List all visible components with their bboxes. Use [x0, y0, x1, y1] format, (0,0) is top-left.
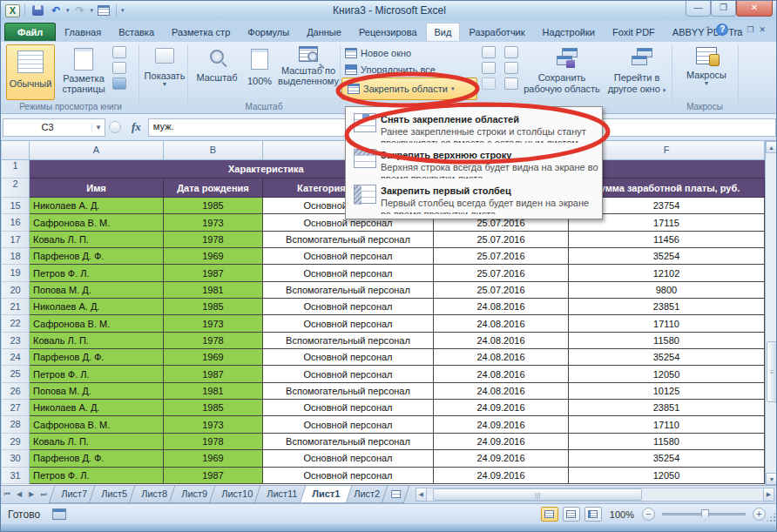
cell-year[interactable]: 1973 [164, 315, 263, 332]
cell-name[interactable]: Парфенов Д. Ф. [30, 349, 164, 366]
name-box[interactable]: C3 ▼ [3, 118, 105, 137]
cell-category[interactable]: Вспомогательный персонал [263, 434, 434, 450]
cell-date[interactable]: 24.08.2016 [434, 349, 569, 366]
ribbon-tab[interactable]: Главная [56, 23, 110, 41]
cell-date[interactable]: 24.09.2016 [434, 468, 569, 484]
cell-category[interactable]: Основной персонал [263, 315, 434, 332]
cell-year[interactable]: 1987 [164, 265, 263, 281]
full-screen-icon[interactable] [112, 77, 126, 90]
row-header[interactable]: 25 [2, 366, 30, 382]
horizontal-scrollbar[interactable]: ◀ ||| ▶ [416, 488, 774, 502]
cell-year[interactable]: 1969 [164, 349, 263, 366]
cell-category[interactable]: Вспомогательный персонал [263, 333, 434, 349]
cell-category[interactable]: Основной персонал [263, 400, 434, 416]
cell-name[interactable]: Сафронова В. М. [30, 315, 164, 332]
ribbon-tab[interactable]: Надстройки [534, 23, 604, 41]
cell-date[interactable]: 24.09.2016 [434, 450, 569, 467]
ribbon-tab[interactable]: Формулы [239, 23, 298, 41]
page-break-toggle[interactable] [584, 507, 602, 522]
row-header[interactable]: 20 [2, 282, 30, 299]
workbook-restore-icon[interactable]: ❐ [747, 25, 753, 34]
row-header[interactable]: 17 [2, 232, 30, 248]
cell-amount[interactable]: 11456 [569, 232, 765, 248]
ribbon-tab[interactable]: Вид [426, 23, 461, 41]
vertical-scroll-thumb[interactable] [767, 341, 777, 402]
macros-button[interactable]: Макросы ▼ [680, 44, 733, 100]
cell-name[interactable]: Попова М. Д. [30, 282, 164, 299]
normal-view-button[interactable]: Обычный [6, 44, 55, 100]
cell-name[interactable]: Николаев А. Д. [30, 400, 164, 416]
cell-date[interactable]: 24.08.2016 [434, 315, 569, 332]
cell-year[interactable]: 1978 [164, 434, 263, 450]
row-header[interactable]: 19 [2, 265, 30, 281]
cell-category[interactable]: Основной персонал [263, 248, 434, 265]
cell-category[interactable]: Основной персонал [263, 299, 434, 315]
freeze-panes-button[interactable]: Закрепить области ▾ [341, 77, 477, 100]
cell-amount[interactable]: 35254 [569, 450, 765, 467]
cell-date[interactable]: 24.08.2016 [434, 383, 569, 400]
row-header[interactable]: 30 [2, 450, 30, 467]
cell-name[interactable]: Парфенов Д. Ф. [30, 450, 164, 467]
cell-name[interactable]: Николаев А. Д. [30, 198, 164, 214]
cell-amount[interactable]: 12050 [569, 468, 765, 484]
zoom-slider-thumb[interactable] [701, 509, 709, 521]
macro-record-icon[interactable] [52, 508, 66, 520]
cell-date[interactable]: 24.09.2016 [434, 434, 569, 450]
cell-year[interactable]: 1987 [164, 366, 263, 382]
row-header[interactable]: 26 [2, 383, 30, 400]
column-header-a[interactable]: A [30, 141, 164, 160]
vertical-scrollbar[interactable]: ▲ ▼ [765, 141, 777, 485]
normal-view-toggle[interactable] [541, 507, 558, 522]
row-header[interactable]: 21 [2, 299, 30, 315]
cell-amount[interactable]: 12102 [569, 265, 765, 281]
cell-name[interactable]: Попова М. Д. [30, 383, 164, 400]
cell-category[interactable]: Основной персонал [263, 366, 434, 382]
ribbon-tab[interactable]: Файл [4, 23, 56, 41]
row-header[interactable]: 18 [2, 248, 30, 265]
cell-category[interactable]: Основной персонал [263, 416, 434, 433]
scroll-down-icon[interactable]: ▼ [766, 473, 777, 485]
cell-date[interactable]: 24.08.2016 [434, 333, 569, 349]
cell-category[interactable]: Основной персонал [263, 349, 434, 366]
arrange-all-button[interactable]: Упорядочить все [345, 62, 436, 77]
cell-date[interactable]: 25.07.2016 [434, 248, 569, 265]
page-break-preview-icon[interactable] [112, 46, 126, 58]
next-sheet-icon[interactable]: ▶ [25, 486, 37, 503]
cell-category[interactable]: Основной персонал [263, 468, 434, 484]
cell-year[interactable]: 1985 [164, 400, 263, 416]
cell-date[interactable]: 25.07.2016 [434, 265, 569, 281]
cell-date[interactable]: 24.08.2016 [434, 299, 569, 315]
row-header-1[interactable]: 1 [2, 160, 30, 178]
row-header[interactable]: 28 [2, 416, 30, 433]
cell-name[interactable]: Петров Ф. Л. [30, 468, 164, 484]
cell-amount[interactable]: 35254 [569, 248, 765, 265]
custom-views-icon[interactable] [112, 62, 126, 74]
page-layout-toggle[interactable] [563, 507, 580, 522]
cell-amount[interactable]: 11580 [569, 333, 765, 349]
ribbon-tab[interactable]: Вставка [110, 23, 163, 41]
workbook-close-icon[interactable]: ✕ [759, 25, 766, 34]
zoom-to-selection-button[interactable]: Масштаб по выделенному [280, 44, 337, 100]
cell-amount[interactable]: 23851 [569, 400, 765, 416]
zoom-button[interactable]: Масштаб [194, 44, 240, 100]
header-cell-birthdate[interactable]: Дата рождения [164, 178, 263, 198]
restore-button[interactable]: ❐ [711, 1, 736, 17]
zoom-100-button[interactable]: 100% [241, 44, 278, 100]
menu-item-freeze-top-row[interactable]: Закрепить верхнюю строку Верхняя строка … [346, 145, 602, 180]
cell-year[interactable]: 1969 [164, 248, 263, 265]
name-box-dropdown-icon[interactable]: ▼ [91, 124, 105, 131]
cell-name[interactable]: Коваль Л. П. [30, 333, 164, 349]
cell-name[interactable]: Николаев А. Д. [30, 299, 164, 315]
cell-name[interactable]: Петров Ф. Л. [30, 366, 164, 382]
cell-year[interactable]: 1973 [164, 416, 263, 433]
cell-category[interactable]: Вспомогательный персонал [263, 383, 434, 400]
cell-date[interactable]: 24.08.2016 [434, 366, 569, 382]
save-workspace-button[interactable]: Сохранитьрабочую область [524, 44, 600, 102]
cell-name[interactable]: Сафронова В. М. [30, 214, 164, 231]
cell-year[interactable]: 1981 [164, 383, 263, 400]
collapse-ribbon-icon[interactable]: ⌃ [705, 25, 712, 34]
page-layout-button[interactable]: Разметка страницы [58, 44, 109, 100]
close-button[interactable]: ✕ [736, 1, 773, 17]
cell-year[interactable]: 1987 [164, 468, 263, 484]
zoom-in-button[interactable]: + [753, 508, 766, 521]
